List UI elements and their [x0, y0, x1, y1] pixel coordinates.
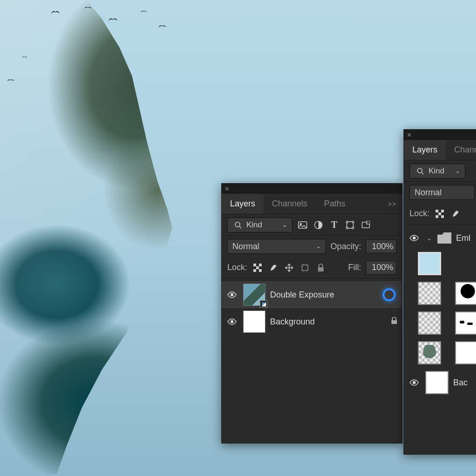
lock-artboard-icon[interactable] [299, 262, 311, 273]
svg-rect-12 [253, 264, 262, 272]
panel-tabs: Layers Channels Paths >> [222, 194, 402, 214]
layer-row[interactable] [404, 249, 476, 278]
lock-position-icon[interactable] [284, 262, 295, 273]
fill-label: Fill: [348, 263, 361, 272]
tab-layers[interactable]: Layers [222, 194, 264, 214]
svg-rect-17 [259, 269, 262, 272]
svg-point-4 [315, 221, 322, 229]
svg-point-3 [300, 223, 302, 225]
filter-kind-select[interactable]: Kind ⌄ [227, 218, 292, 232]
close-icon[interactable]: ✕ [407, 132, 412, 139]
layers-panel-expanded: ✕ Layers Chann Kind ⌄ Normal Lock: [403, 129, 476, 455]
blend-mode-select[interactable]: Normal [410, 185, 475, 200]
layer-thumbnail[interactable] [425, 371, 449, 394]
chevron-down-icon: ⌄ [316, 243, 321, 250]
svg-point-0 [235, 222, 240, 227]
layer-row[interactable] [404, 338, 476, 368]
bird-icon [85, 7, 91, 10]
lock-paint-icon[interactable] [450, 208, 461, 219]
layer-mask-thumbnail[interactable] [455, 311, 476, 335]
blend-mode-value: Normal [232, 242, 259, 251]
svg-rect-25 [436, 210, 438, 212]
layer-row[interactable]: Bac [404, 368, 476, 397]
panel-menu-icon[interactable]: >> [383, 200, 402, 208]
svg-line-1 [239, 226, 241, 228]
layer-row[interactable] [404, 278, 476, 308]
tab-layers[interactable]: Layers [404, 140, 446, 160]
layer-thumbnail[interactable] [243, 284, 265, 306]
visibility-toggle-icon[interactable] [408, 379, 421, 386]
layer-row[interactable]: Background [222, 308, 402, 335]
double-exposure-silhouette [0, 0, 232, 474]
layer-mask-thumbnail[interactable] [455, 282, 476, 305]
blend-opacity-row: Normal [404, 182, 476, 203]
opacity-label: Opacity: [331, 242, 361, 251]
panel-titlebar[interactable]: ✕ [404, 130, 476, 140]
search-icon [415, 165, 426, 177]
lock-icon[interactable] [391, 317, 397, 327]
svg-line-24 [422, 172, 423, 174]
filter-adjustment-icon[interactable] [313, 219, 324, 231]
svg-rect-18 [302, 265, 308, 271]
lock-transparency-icon[interactable] [252, 262, 263, 273]
chevron-down-icon: ⌄ [282, 221, 287, 228]
search-icon [232, 219, 244, 231]
panel-titlebar[interactable]: ✕ [222, 184, 402, 194]
svg-point-20 [231, 294, 233, 296]
lock-fill-row: Lock: Fill: 100% [222, 257, 402, 278]
close-icon[interactable]: ✕ [225, 185, 230, 192]
svg-rect-15 [256, 266, 259, 269]
filter-smartobject-icon[interactable] [360, 219, 371, 231]
filter-kind-select[interactable]: Kind ⌄ [410, 164, 465, 178]
layer-name[interactable]: Double Exposure [270, 290, 378, 300]
layers-panel: ✕ Layers Channels Paths >> Kind ⌄ T [221, 183, 403, 443]
filter-shape-icon[interactable] [344, 219, 356, 231]
svg-rect-7 [352, 221, 354, 223]
tab-paths[interactable]: Paths [316, 194, 354, 214]
canvas-artwork [0, 0, 242, 476]
chevron-down-icon[interactable]: ⌄ [425, 235, 433, 242]
layer-thumbnail[interactable] [418, 282, 441, 305]
layer-name[interactable]: Background [270, 317, 386, 327]
bird-icon [108, 19, 118, 23]
filter-kind-label: Kind [246, 220, 262, 230]
svg-rect-10 [362, 222, 370, 228]
svg-point-30 [413, 237, 416, 239]
svg-rect-5 [347, 222, 353, 228]
opacity-input[interactable]: 100% [366, 239, 397, 253]
svg-rect-9 [352, 227, 354, 229]
bird-icon [22, 57, 27, 59]
layer-mask-thumbnail[interactable] [455, 341, 476, 364]
layer-row[interactable] [404, 308, 476, 338]
blend-mode-value: Normal [415, 188, 442, 198]
fill-input[interactable]: 100% [366, 261, 397, 275]
tab-channels[interactable]: Channels [264, 194, 316, 214]
panel-tabs: Layers Chann [404, 140, 476, 160]
layer-thumbnail[interactable] [418, 311, 441, 335]
bird-icon [51, 11, 60, 15]
svg-rect-11 [367, 221, 370, 224]
filter-type-icon[interactable]: T [329, 219, 340, 231]
layer-group-row[interactable]: ⌄ Eml [404, 227, 476, 249]
opacity-value: 100% [372, 242, 393, 251]
layer-row[interactable]: Double Exposure [222, 281, 402, 308]
blend-mode-select[interactable]: Normal ⌄ [227, 239, 326, 254]
layer-filter-row: Kind ⌄ T [222, 214, 402, 236]
layer-name[interactable]: Bac [453, 378, 476, 388]
tab-channels[interactable]: Chann [446, 140, 476, 160]
layer-thumbnail[interactable] [243, 311, 265, 333]
lock-all-icon[interactable] [315, 262, 326, 273]
visibility-toggle-icon[interactable] [408, 235, 421, 241]
layer-group-name[interactable]: Eml [456, 233, 476, 243]
visibility-toggle-icon[interactable] [225, 291, 238, 298]
lock-transparency-icon[interactable] [434, 208, 445, 219]
lock-label: Lock: [410, 209, 430, 218]
svg-rect-6 [346, 221, 348, 223]
layer-thumbnail[interactable] [418, 341, 441, 364]
visibility-toggle-icon[interactable] [225, 318, 238, 325]
highlight-ring-icon [383, 288, 396, 301]
layer-list: Double Exposure Background [222, 278, 402, 338]
filter-pixel-icon[interactable] [297, 219, 308, 231]
lock-paint-icon[interactable] [268, 262, 279, 273]
layer-thumbnail[interactable] [418, 252, 441, 275]
